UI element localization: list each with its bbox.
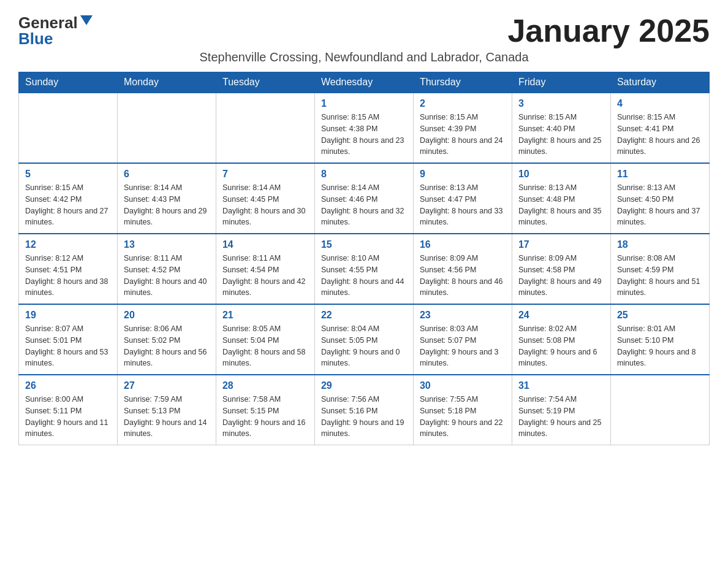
day-info: Sunrise: 8:01 AM Sunset: 5:10 PM Dayligh… xyxy=(617,323,703,369)
day-info: Sunrise: 8:03 AM Sunset: 5:07 PM Dayligh… xyxy=(420,323,506,369)
day-number: 20 xyxy=(124,310,210,321)
day-number: 4 xyxy=(617,98,703,109)
day-info: Sunrise: 8:04 AM Sunset: 5:05 PM Dayligh… xyxy=(321,323,407,369)
calendar-cell: 20Sunrise: 8:06 AM Sunset: 5:02 PM Dayli… xyxy=(117,304,216,375)
day-number: 25 xyxy=(617,310,703,321)
weekday-header-friday: Friday xyxy=(512,72,610,93)
day-number: 21 xyxy=(222,310,308,321)
calendar-cell: 14Sunrise: 8:11 AM Sunset: 4:54 PM Dayli… xyxy=(216,234,314,304)
logo-blue-text: Blue xyxy=(18,31,53,47)
calendar-cell: 24Sunrise: 8:02 AM Sunset: 5:08 PM Dayli… xyxy=(512,304,610,375)
day-number: 28 xyxy=(222,380,308,391)
weekday-header-thursday: Thursday xyxy=(413,72,512,93)
day-info: Sunrise: 7:54 AM Sunset: 5:19 PM Dayligh… xyxy=(518,394,604,440)
day-number: 8 xyxy=(321,169,407,180)
day-number: 23 xyxy=(420,310,506,321)
calendar-cell: 26Sunrise: 8:00 AM Sunset: 5:11 PM Dayli… xyxy=(19,375,118,445)
day-number: 18 xyxy=(617,239,703,250)
day-info: Sunrise: 8:05 AM Sunset: 5:04 PM Dayligh… xyxy=(222,323,308,369)
calendar-cell: 3Sunrise: 8:15 AM Sunset: 4:40 PM Daylig… xyxy=(512,93,610,164)
week-row-5: 26Sunrise: 8:00 AM Sunset: 5:11 PM Dayli… xyxy=(19,375,710,445)
week-row-1: 1Sunrise: 8:15 AM Sunset: 4:38 PM Daylig… xyxy=(19,93,710,164)
weekday-header-sunday: Sunday xyxy=(19,72,118,93)
day-number: 31 xyxy=(518,380,604,391)
calendar-cell: 31Sunrise: 7:54 AM Sunset: 5:19 PM Dayli… xyxy=(512,375,610,445)
calendar-cell xyxy=(610,375,709,445)
calendar-cell: 19Sunrise: 8:07 AM Sunset: 5:01 PM Dayli… xyxy=(19,304,118,375)
day-number: 22 xyxy=(321,310,407,321)
header: General Blue January 2025 xyxy=(18,15,710,47)
calendar-cell: 16Sunrise: 8:09 AM Sunset: 4:56 PM Dayli… xyxy=(413,234,512,304)
calendar-cell: 13Sunrise: 8:11 AM Sunset: 4:52 PM Dayli… xyxy=(117,234,216,304)
calendar-cell: 4Sunrise: 8:15 AM Sunset: 4:41 PM Daylig… xyxy=(610,93,709,164)
weekday-header-tuesday: Tuesday xyxy=(216,72,314,93)
calendar-cell xyxy=(19,93,118,164)
calendar-cell: 27Sunrise: 7:59 AM Sunset: 5:13 PM Dayli… xyxy=(117,375,216,445)
weekday-header-saturday: Saturday xyxy=(610,72,709,93)
day-number: 26 xyxy=(25,380,111,391)
day-info: Sunrise: 8:02 AM Sunset: 5:08 PM Dayligh… xyxy=(518,323,604,369)
day-number: 2 xyxy=(420,98,506,109)
calendar-cell: 18Sunrise: 8:08 AM Sunset: 4:59 PM Dayli… xyxy=(610,234,709,304)
day-info: Sunrise: 8:09 AM Sunset: 4:58 PM Dayligh… xyxy=(518,253,604,299)
calendar-cell: 5Sunrise: 8:15 AM Sunset: 4:42 PM Daylig… xyxy=(19,163,118,234)
day-number: 14 xyxy=(222,239,308,250)
calendar-cell: 17Sunrise: 8:09 AM Sunset: 4:58 PM Dayli… xyxy=(512,234,610,304)
day-number: 6 xyxy=(124,169,210,180)
day-info: Sunrise: 8:13 AM Sunset: 4:47 PM Dayligh… xyxy=(420,182,506,228)
day-number: 24 xyxy=(518,310,604,321)
day-info: Sunrise: 8:09 AM Sunset: 4:56 PM Dayligh… xyxy=(420,253,506,299)
calendar-cell: 25Sunrise: 8:01 AM Sunset: 5:10 PM Dayli… xyxy=(610,304,709,375)
calendar-cell: 11Sunrise: 8:13 AM Sunset: 4:50 PM Dayli… xyxy=(610,163,709,234)
calendar-cell xyxy=(216,93,314,164)
day-info: Sunrise: 7:56 AM Sunset: 5:16 PM Dayligh… xyxy=(321,394,407,440)
week-row-2: 5Sunrise: 8:15 AM Sunset: 4:42 PM Daylig… xyxy=(19,163,710,234)
day-number: 13 xyxy=(124,239,210,250)
day-number: 30 xyxy=(420,380,506,391)
day-info: Sunrise: 8:14 AM Sunset: 4:45 PM Dayligh… xyxy=(222,182,308,228)
calendar-cell: 8Sunrise: 8:14 AM Sunset: 4:46 PM Daylig… xyxy=(314,163,413,234)
calendar-cell xyxy=(117,93,216,164)
day-info: Sunrise: 8:15 AM Sunset: 4:40 PM Dayligh… xyxy=(518,112,604,158)
month-title: January 2025 xyxy=(507,15,710,47)
day-info: Sunrise: 8:07 AM Sunset: 5:01 PM Dayligh… xyxy=(25,323,111,369)
calendar-cell: 28Sunrise: 7:58 AM Sunset: 5:15 PM Dayli… xyxy=(216,375,314,445)
day-number: 16 xyxy=(420,239,506,250)
logo: General Blue xyxy=(18,15,93,47)
day-info: Sunrise: 8:14 AM Sunset: 4:43 PM Dayligh… xyxy=(124,182,210,228)
week-row-4: 19Sunrise: 8:07 AM Sunset: 5:01 PM Dayli… xyxy=(19,304,710,375)
calendar-cell: 15Sunrise: 8:10 AM Sunset: 4:55 PM Dayli… xyxy=(314,234,413,304)
day-info: Sunrise: 8:15 AM Sunset: 4:41 PM Dayligh… xyxy=(617,112,703,158)
day-info: Sunrise: 8:14 AM Sunset: 4:46 PM Dayligh… xyxy=(321,182,407,228)
calendar: SundayMondayTuesdayWednesdayThursdayFrid… xyxy=(18,72,710,445)
weekday-header-row: SundayMondayTuesdayWednesdayThursdayFrid… xyxy=(19,72,710,93)
day-number: 10 xyxy=(518,169,604,180)
day-info: Sunrise: 8:08 AM Sunset: 4:59 PM Dayligh… xyxy=(617,253,703,299)
day-info: Sunrise: 8:06 AM Sunset: 5:02 PM Dayligh… xyxy=(124,323,210,369)
calendar-cell: 2Sunrise: 8:15 AM Sunset: 4:39 PM Daylig… xyxy=(413,93,512,164)
day-number: 19 xyxy=(25,310,111,321)
calendar-cell: 6Sunrise: 8:14 AM Sunset: 4:43 PM Daylig… xyxy=(117,163,216,234)
calendar-cell: 30Sunrise: 7:55 AM Sunset: 5:18 PM Dayli… xyxy=(413,375,512,445)
calendar-cell: 22Sunrise: 8:04 AM Sunset: 5:05 PM Dayli… xyxy=(314,304,413,375)
logo-triangle-icon xyxy=(80,15,93,25)
week-row-3: 12Sunrise: 8:12 AM Sunset: 4:51 PM Dayli… xyxy=(19,234,710,304)
day-number: 29 xyxy=(321,380,407,391)
day-info: Sunrise: 8:11 AM Sunset: 4:54 PM Dayligh… xyxy=(222,253,308,299)
day-info: Sunrise: 8:15 AM Sunset: 4:38 PM Dayligh… xyxy=(321,112,407,158)
day-number: 5 xyxy=(25,169,111,180)
day-number: 12 xyxy=(25,239,111,250)
calendar-cell: 21Sunrise: 8:05 AM Sunset: 5:04 PM Dayli… xyxy=(216,304,314,375)
day-info: Sunrise: 8:12 AM Sunset: 4:51 PM Dayligh… xyxy=(25,253,111,299)
calendar-cell: 1Sunrise: 8:15 AM Sunset: 4:38 PM Daylig… xyxy=(314,93,413,164)
subtitle: Stephenville Crossing, Newfoundland and … xyxy=(18,50,710,64)
day-number: 7 xyxy=(222,169,308,180)
day-info: Sunrise: 8:13 AM Sunset: 4:48 PM Dayligh… xyxy=(518,182,604,228)
calendar-cell: 23Sunrise: 8:03 AM Sunset: 5:07 PM Dayli… xyxy=(413,304,512,375)
day-number: 17 xyxy=(518,239,604,250)
weekday-header-monday: Monday xyxy=(117,72,216,93)
day-info: Sunrise: 7:59 AM Sunset: 5:13 PM Dayligh… xyxy=(124,394,210,440)
day-info: Sunrise: 8:15 AM Sunset: 4:39 PM Dayligh… xyxy=(420,112,506,158)
day-number: 11 xyxy=(617,169,703,180)
day-number: 9 xyxy=(420,169,506,180)
